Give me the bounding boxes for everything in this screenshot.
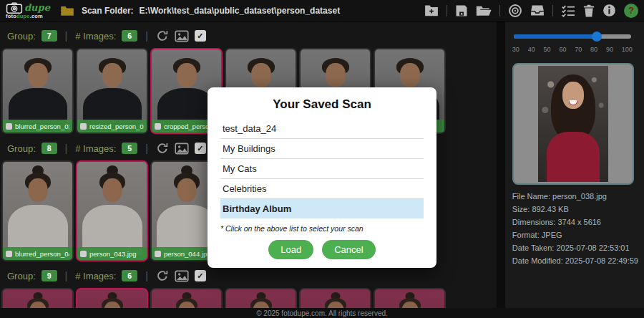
thumbnail-checkbox[interactable] bbox=[155, 251, 161, 257]
load-button[interactable]: Load bbox=[268, 240, 313, 259]
detail-value: 2025-07-08 22:49:59 bbox=[565, 256, 638, 265]
export-tray-icon[interactable] bbox=[530, 4, 545, 16]
thumbnail-filename: person_043.jpg bbox=[89, 250, 137, 258]
images-label: # Images: bbox=[75, 143, 116, 154]
brand-com: .com bbox=[30, 13, 43, 19]
info-icon[interactable] bbox=[602, 4, 616, 17]
scan-folder-path: E:\Work\test_data\public_dataset\person_… bbox=[140, 6, 341, 16]
refresh-group-icon[interactable] bbox=[156, 142, 169, 155]
checklist-icon[interactable] bbox=[561, 4, 575, 17]
thumbnail-photo bbox=[375, 289, 444, 308]
filename-bar: person_043.jpg bbox=[77, 247, 147, 260]
tick-label: 50 bbox=[544, 46, 551, 53]
images-count-badge: 6 bbox=[122, 270, 137, 281]
thumbnail[interactable] bbox=[225, 288, 297, 308]
brand-script: dupe bbox=[24, 3, 50, 12]
help-icon[interactable]: ? bbox=[624, 4, 638, 18]
detail-sidebar: 30 40 50 60 70 80 90 100 File Name: pers… bbox=[505, 21, 644, 308]
thumbnail-selected[interactable] bbox=[76, 288, 148, 308]
filename-bar: blurred_person_044.jpg bbox=[3, 247, 72, 260]
group-select-checkbox[interactable]: ✓ bbox=[195, 30, 206, 42]
scan-folder-icon bbox=[60, 5, 74, 16]
saved-scan-item[interactable]: My Buildings bbox=[220, 139, 424, 159]
group-preview-icon[interactable] bbox=[175, 30, 189, 42]
save-scan-icon[interactable] bbox=[455, 4, 468, 17]
detail-label: Size: bbox=[512, 205, 530, 213]
thumbnail-row bbox=[0, 288, 497, 308]
group-header: Group: 9 | # Images: 6 | ✓ bbox=[0, 266, 497, 285]
thumbnail-filename: resized_person_024.jpg bbox=[89, 122, 144, 130]
detail-value: 892.43 KB bbox=[532, 205, 568, 213]
saved-scan-item[interactable]: My Cats bbox=[220, 159, 424, 179]
separator: | bbox=[143, 143, 150, 154]
group-number-badge: 9 bbox=[42, 270, 57, 281]
thumbnail-filename: person_044.jpg bbox=[164, 250, 211, 258]
brand-domain: fotodupe.com bbox=[6, 14, 50, 19]
group-label: Group: bbox=[7, 271, 36, 281]
saved-scan-list: test_data_24 My Buildings My Cats Celebr… bbox=[220, 119, 424, 218]
saved-scan-item[interactable]: Celebrities bbox=[220, 179, 424, 199]
refresh-group-icon[interactable] bbox=[156, 29, 169, 42]
thumbnail-selected[interactable]: person_043.jpg bbox=[76, 160, 148, 261]
thumbnail-photo bbox=[3, 162, 72, 260]
images-label: # Images: bbox=[75, 271, 116, 281]
group-preview-icon[interactable] bbox=[175, 143, 189, 155]
slider-fill bbox=[514, 34, 597, 39]
brand-foto: foto bbox=[6, 13, 16, 19]
thumbnail-photo bbox=[3, 289, 72, 308]
detail-label: File Name: bbox=[512, 192, 550, 201]
add-folder-icon[interactable] bbox=[424, 4, 439, 16]
group-number-badge: 7 bbox=[42, 30, 57, 42]
refresh-group-icon[interactable] bbox=[156, 269, 169, 282]
thumbnail[interactable]: blurred_person_044.jpg bbox=[1, 160, 74, 261]
tick-label: 70 bbox=[575, 46, 582, 53]
image-preview bbox=[512, 63, 634, 185]
separator: | bbox=[63, 30, 70, 42]
group-preview-icon[interactable] bbox=[175, 270, 189, 282]
tick-label: 40 bbox=[528, 46, 535, 53]
thumbnail[interactable] bbox=[299, 288, 371, 308]
detail-label: Dimensions: bbox=[512, 218, 556, 226]
thumbnail-checkbox[interactable] bbox=[80, 123, 87, 130]
filename-bar: resized_person_024.jpg bbox=[77, 120, 147, 132]
scan-folder-label: Scan Folder: bbox=[82, 6, 134, 16]
group-select-checkbox[interactable]: ✓ bbox=[195, 143, 206, 154]
scan-folder: Scan Folder:E:\Work\test_data\public_dat… bbox=[82, 6, 340, 16]
footer-bar: © 2025 fotodupe.com. All rights reserved… bbox=[0, 308, 644, 318]
saved-scan-item-selected[interactable]: Birthday Album bbox=[220, 199, 424, 218]
detail-label: Format: bbox=[512, 231, 540, 239]
camera-icon bbox=[6, 2, 23, 14]
thumbnail[interactable] bbox=[150, 288, 223, 308]
thumbnail-checkbox[interactable] bbox=[6, 123, 12, 130]
group-label: Group: bbox=[7, 31, 36, 42]
thumbnail-checkbox[interactable] bbox=[155, 123, 161, 130]
slider-thumb[interactable] bbox=[592, 32, 602, 42]
similarity-slider[interactable] bbox=[514, 32, 631, 42]
thumbnail[interactable] bbox=[1, 288, 74, 308]
detail-line: File Name: person_038.jpg bbox=[512, 192, 638, 201]
detail-line: Format: JPEG bbox=[512, 231, 638, 239]
thumbnail-checkbox[interactable] bbox=[80, 251, 87, 257]
thumbnail[interactable] bbox=[374, 288, 446, 308]
cancel-button[interactable]: Cancel bbox=[322, 240, 375, 259]
thumbnail-checkbox[interactable] bbox=[6, 251, 12, 257]
group-select-checkbox[interactable]: ✓ bbox=[195, 270, 206, 281]
tick-label: 60 bbox=[559, 46, 566, 53]
scan-disc-icon[interactable] bbox=[508, 4, 522, 18]
thumbnail-photo bbox=[77, 289, 147, 308]
top-toolbar: dupe fotodupe.com Scan Folder:E:\Work\te… bbox=[0, 0, 644, 21]
detail-label: Date Modified: bbox=[512, 256, 563, 265]
toolbar-actions: ? bbox=[424, 4, 638, 18]
delete-icon[interactable] bbox=[583, 4, 595, 17]
detail-value: 2025-07-08 22:53:01 bbox=[556, 244, 629, 252]
detail-line: Size: 892.43 KB bbox=[512, 205, 638, 213]
thumbnail[interactable]: resized_person_024.jpg bbox=[76, 48, 148, 134]
detail-value: JPEG bbox=[542, 231, 562, 239]
dialog-buttons: Load Cancel bbox=[208, 240, 436, 259]
saved-scan-item[interactable]: test_data_24 bbox=[220, 119, 424, 139]
thumbnail-filename: blurred_person_044.jpg bbox=[15, 250, 69, 258]
dialog-note: * Click on the above list to select your… bbox=[220, 224, 424, 233]
open-scan-icon[interactable] bbox=[476, 4, 492, 16]
copyright-text: © 2025 fotodupe.com. All rights reserved… bbox=[256, 309, 388, 317]
thumbnail[interactable]: blurred_person_024.jpg bbox=[1, 48, 74, 134]
